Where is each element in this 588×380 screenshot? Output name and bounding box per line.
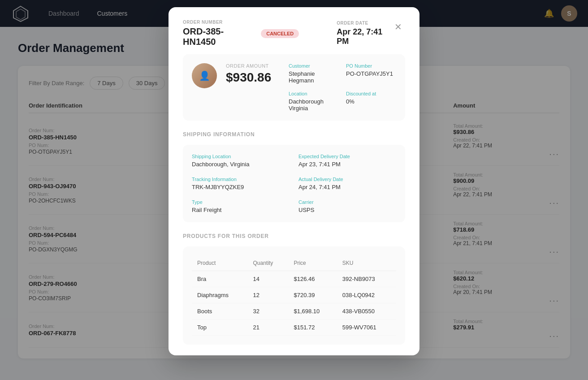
type-value: Rail Freight	[192, 207, 290, 213]
product-sku: 599-WV7061	[337, 320, 396, 336]
order-detail-modal: ORDER NUMBER ORD-385-HN1450 CANCELED ORD…	[169, 7, 419, 355]
quantity-col-header: Quantity	[248, 255, 289, 271]
location-label: Location	[289, 91, 339, 96]
product-sku: 392-NB9073	[337, 271, 396, 287]
product-quantity: 32	[248, 303, 289, 320]
shipping-section-title: SHIPPING INFORMATION	[183, 131, 405, 138]
discount-section: Discounted at 0%	[346, 91, 396, 112]
product-name: Diaphragms	[192, 287, 248, 303]
product-row: Top 21 $151.72 599-WV7061	[192, 320, 396, 336]
modal-header: ORDER NUMBER ORD-385-HN1450 CANCELED ORD…	[169, 7, 419, 54]
order-number-label: ORDER NUMBER	[183, 20, 250, 25]
po-number-label: PO Number	[346, 63, 396, 69]
po-number-section: PO Number PO-OTGPAYJ5Y1	[346, 63, 396, 84]
po-number-value: PO-OTGPAYJ5Y1	[346, 70, 396, 77]
product-quantity: 14	[248, 271, 289, 287]
expected-delivery-item: Expected Delivery Date Apr 23, 7:41 PM	[298, 154, 396, 168]
actual-delivery-item: Actual Delivery Date Apr 24, 7:41 PM	[298, 177, 396, 190]
product-name: Top	[192, 320, 248, 336]
carrier-value: USPS	[298, 207, 396, 213]
order-number-value: ORD-385-HN1450	[183, 26, 250, 47]
price-col-header: Price	[288, 255, 337, 271]
product-row: Diaphragms 12 $720.39 038-LQ0942	[192, 287, 396, 303]
products-table: Product Quantity Price SKU Bra 14 $126.4…	[192, 255, 396, 336]
order-date-label: ORDER DATE	[337, 21, 391, 26]
shipping-info-card: Shipping Location Dachborough, Virginia …	[183, 145, 405, 222]
customer-details-grid: Customer Stephanie Hegmann PO Number PO-…	[289, 63, 396, 112]
product-name: Bra	[192, 271, 248, 287]
products-card: Product Quantity Price SKU Bra 14 $126.4…	[183, 246, 405, 345]
tracking-item: Tracking Information TRK-MJBYYQZKE9	[192, 177, 290, 190]
product-quantity: 21	[248, 320, 289, 336]
carrier-label: Carrier	[298, 199, 396, 205]
modal-order-date-section: ORDER DATE Apr 22, 7:41 PM	[337, 21, 391, 46]
order-amount-section: ORDER AMOUNT $930.86	[226, 63, 280, 85]
customer-name-section: Customer Stephanie Hegmann	[289, 63, 339, 84]
customer-avatar: 👤	[192, 63, 217, 88]
product-sku: 038-LQ0942	[337, 287, 396, 303]
expected-delivery-value: Apr 23, 7:41 PM	[298, 161, 396, 168]
product-price: $720.39	[288, 287, 337, 303]
products-section: PRODUCTS FOR THIS ORDER Product Quantity…	[169, 233, 419, 355]
product-price: $126.46	[288, 271, 337, 287]
shipping-grid: Shipping Location Dachborough, Virginia …	[192, 154, 396, 213]
product-quantity: 12	[248, 287, 289, 303]
location-value: Dachborough Virginia	[289, 98, 339, 112]
expected-delivery-label: Expected Delivery Date	[298, 154, 396, 159]
actual-delivery-label: Actual Delivery Date	[298, 177, 396, 182]
modal-overlay[interactable]: ORDER NUMBER ORD-385-HN1450 CANCELED ORD…	[0, 0, 588, 373]
modal-status-badge: CANCELED	[261, 29, 299, 38]
products-section-title: PRODUCTS FOR THIS ORDER	[183, 233, 405, 239]
product-sku: 438-VB0550	[337, 303, 396, 320]
modal-order-number-section: ORDER NUMBER ORD-385-HN1450	[183, 20, 250, 47]
customer-name-label: Customer	[289, 63, 339, 69]
avatar-image: 👤	[192, 63, 217, 88]
product-row: Boots 32 $1,698.10 438-VB0550	[192, 303, 396, 320]
product-price: $1,698.10	[288, 303, 337, 320]
actual-delivery-value: Apr 24, 7:41 PM	[298, 184, 396, 190]
location-section: Location Dachborough Virginia	[289, 91, 339, 112]
product-row: Bra 14 $126.46 392-NB9073	[192, 271, 396, 287]
carrier-item: Carrier USPS	[298, 199, 396, 213]
discount-label: Discounted at	[346, 91, 396, 96]
order-amount-label: ORDER AMOUNT	[226, 63, 280, 69]
customer-card: 👤 ORDER AMOUNT $930.86 Customer Stephani…	[183, 54, 405, 121]
customer-name-value: Stephanie Hegmann	[289, 70, 339, 84]
tracking-label: Tracking Information	[192, 177, 290, 182]
modal-close-button[interactable]: ✕	[392, 20, 405, 34]
shipping-location-label: Shipping Location	[192, 154, 290, 159]
order-amount-value: $930.86	[226, 70, 280, 85]
discount-value: 0%	[346, 98, 396, 105]
product-col-header: Product	[192, 255, 248, 271]
shipping-location-item: Shipping Location Dachborough, Virginia	[192, 154, 290, 168]
product-name: Boots	[192, 303, 248, 320]
product-price: $151.72	[288, 320, 337, 336]
type-label: Type	[192, 199, 290, 205]
tracking-value: TRK-MJBYYQZKE9	[192, 184, 290, 190]
sku-col-header: SKU	[337, 255, 396, 271]
order-date-value: Apr 22, 7:41 PM	[337, 27, 391, 46]
shipping-location-value: Dachborough, Virginia	[192, 161, 290, 168]
shipping-section: SHIPPING INFORMATION Shipping Location D…	[169, 131, 419, 233]
type-item: Type Rail Freight	[192, 199, 290, 213]
